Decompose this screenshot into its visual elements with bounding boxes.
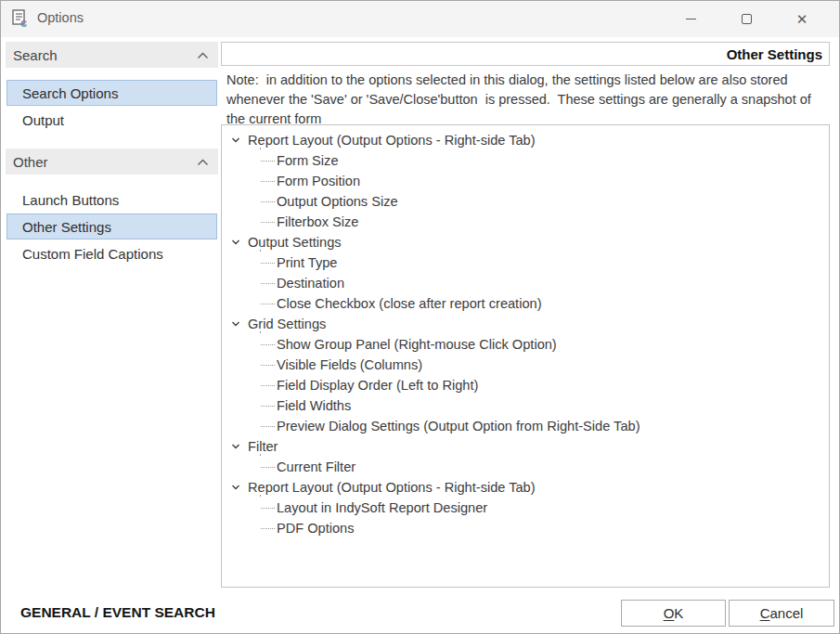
sidebar-item-label: Other Settings — [22, 219, 111, 235]
sidebar-item-search-options[interactable]: Search Options — [6, 80, 217, 106]
chevron-up-icon[interactable] — [197, 47, 209, 63]
window-title: Options — [37, 10, 84, 25]
tree-parent-row[interactable]: Output Settings — [222, 232, 829, 252]
tree-child-row[interactable]: Form Position — [222, 171, 829, 191]
tree-node-label: Report Layout (Output Options - Right-si… — [248, 133, 536, 148]
tree-child-row[interactable]: Current Filter — [222, 457, 829, 477]
tree-node-label: Filter — [248, 439, 278, 454]
tree-child-row[interactable]: Output Options Size — [222, 191, 829, 212]
chevron-down-icon[interactable] — [230, 135, 241, 146]
tree-child-row[interactable]: Field Display Order (Left to Right) — [222, 375, 829, 395]
tree-node-label: Current Filter — [277, 459, 355, 474]
tree-node-label: Field Widths — [277, 398, 351, 413]
tree-node-label: Output Options Size — [277, 194, 398, 209]
tree-node-label: Destination — [277, 276, 344, 291]
chevron-down-icon[interactable] — [230, 482, 241, 493]
tree-children: Print Type Destination Close Checkbox (c… — [222, 252, 829, 314]
close-icon[interactable]: ✕ — [774, 1, 830, 37]
panel-title-box: Other Settings — [221, 42, 830, 66]
tree-child-row[interactable]: Close Checkbox (close after report creat… — [222, 293, 829, 314]
tree-group: Output Settings Print Type Destination C… — [222, 232, 829, 314]
tree-node-label: Close Checkbox (close after report creat… — [277, 296, 542, 311]
sidebar-section-title: Other — [13, 154, 48, 170]
chevron-down-icon[interactable] — [230, 237, 241, 248]
tree-node-label: Print Type — [277, 255, 337, 270]
context-label: GENERAL / EVENT SEARCH — [20, 604, 215, 621]
tree-group: Report Layout (Output Options - Right-si… — [222, 477, 829, 538]
tree-children: Layout in IndySoft Report Designer PDF O… — [222, 498, 829, 538]
sidebar-section-search[interactable]: Search — [6, 42, 218, 68]
tree-children: Show Group Panel (Right-mouse Click Opti… — [222, 334, 829, 436]
tree-node-label: Report Layout (Output Options - Right-si… — [248, 480, 536, 495]
app-logo-icon: c — [12, 9, 31, 28]
settings-tree[interactable]: Report Layout (Output Options - Right-si… — [221, 124, 830, 588]
tree-group: Grid Settings Show Group Panel (Right-mo… — [222, 314, 829, 436]
sidebar: Search Search Options Output Other Launc… — [6, 42, 218, 282]
tree-group: Filter Current Filter — [222, 436, 829, 477]
tree-children: Form Size Form Position Output Options S… — [222, 150, 829, 232]
tree-child-row[interactable]: Show Group Panel (Right-mouse Click Opti… — [222, 334, 829, 355]
tree-node-label: Preview Dialog Settings (Output Option f… — [277, 419, 640, 433]
tree-body: Report Layout (Output Options - Right-si… — [222, 125, 829, 538]
cancel-accel: C — [760, 605, 770, 621]
sidebar-item-label: Launch Buttons — [22, 192, 119, 208]
sidebar-item-output[interactable]: Output — [6, 107, 217, 133]
tree-child-row[interactable]: Filterbox Size — [222, 212, 829, 232]
tree-node-label: Show Group Panel (Right-mouse Click Opti… — [277, 337, 557, 352]
tree-node-label: Filterbox Size — [277, 214, 358, 229]
cancel-rest: ancel — [769, 605, 803, 621]
options-dialog: c Options ✕ Search Search Options Output — [0, 0, 840, 634]
tree-node-label: PDF Options — [277, 521, 355, 536]
tree-child-row[interactable]: Field Widths — [222, 395, 829, 416]
tree-parent-row[interactable]: Filter — [222, 436, 829, 457]
tree-node-label: Form Position — [277, 174, 360, 188]
ok-rest: K — [674, 605, 683, 621]
tree-node-label: Field Display Order (Left to Right) — [277, 378, 478, 393]
tree-parent-row[interactable]: Report Layout (Output Options - Right-si… — [222, 477, 829, 498]
tree-node-label: Form Size — [277, 153, 339, 168]
tree-child-row[interactable]: Print Type — [222, 252, 829, 273]
tree-child-row[interactable]: Form Size — [222, 150, 829, 171]
ok-accel: O — [664, 605, 675, 621]
sidebar-items-other: Launch Buttons Other Settings Custom Fie… — [6, 175, 218, 282]
chevron-up-icon[interactable] — [197, 154, 209, 170]
tree-child-row[interactable]: Destination — [222, 273, 829, 293]
chevron-down-icon[interactable] — [230, 441, 241, 452]
sidebar-item-label: Search Options — [22, 85, 118, 101]
tree-node-label: Visible Fields (Columns) — [277, 357, 422, 372]
sidebar-item-custom-field-captions[interactable]: Custom Field Captions — [6, 240, 217, 266]
sidebar-item-label: Output — [22, 112, 64, 128]
page-title: Other Settings — [727, 46, 822, 62]
tree-child-row[interactable]: Preview Dialog Settings (Output Option f… — [222, 416, 829, 436]
sidebar-item-other-settings[interactable]: Other Settings — [6, 213, 217, 239]
cancel-button[interactable]: Cancel — [729, 600, 834, 627]
tree-parent-row[interactable]: Report Layout (Output Options - Right-si… — [222, 130, 829, 150]
main-panel: Other Settings Note: in addition to the … — [221, 42, 830, 129]
sidebar-section-other[interactable]: Other — [6, 149, 218, 175]
titlebar[interactable]: c Options ✕ — [1, 1, 839, 37]
tree-node-label: Output Settings — [248, 235, 342, 250]
tree-child-row[interactable]: PDF Options — [222, 518, 829, 538]
chevron-down-icon[interactable] — [230, 318, 241, 330]
sidebar-item-label: Custom Field Captions — [22, 246, 163, 262]
minimize-icon[interactable] — [663, 1, 718, 37]
sidebar-item-launch-buttons[interactable]: Launch Buttons — [6, 187, 217, 213]
note-text: Note: in addition to the options selecte… — [221, 71, 826, 129]
caption-controls: ✕ — [663, 1, 830, 37]
tree-children: Current Filter — [222, 457, 829, 477]
tree-child-row[interactable]: Layout in IndySoft Report Designer — [222, 498, 829, 518]
tree-parent-row[interactable]: Grid Settings — [222, 314, 829, 334]
tree-node-label: Layout in IndySoft Report Designer — [277, 500, 487, 515]
tree-node-label: Grid Settings — [248, 317, 326, 331]
tree-child-row[interactable]: Visible Fields (Columns) — [222, 355, 829, 375]
sidebar-section-title: Search — [13, 47, 58, 63]
sidebar-items-search: Search Options Output — [6, 68, 218, 149]
maximize-icon[interactable] — [718, 1, 774, 37]
svg-text:c: c — [20, 16, 27, 28]
tree-group: Report Layout (Output Options - Right-si… — [222, 130, 829, 232]
ok-button[interactable]: OK — [621, 600, 726, 627]
